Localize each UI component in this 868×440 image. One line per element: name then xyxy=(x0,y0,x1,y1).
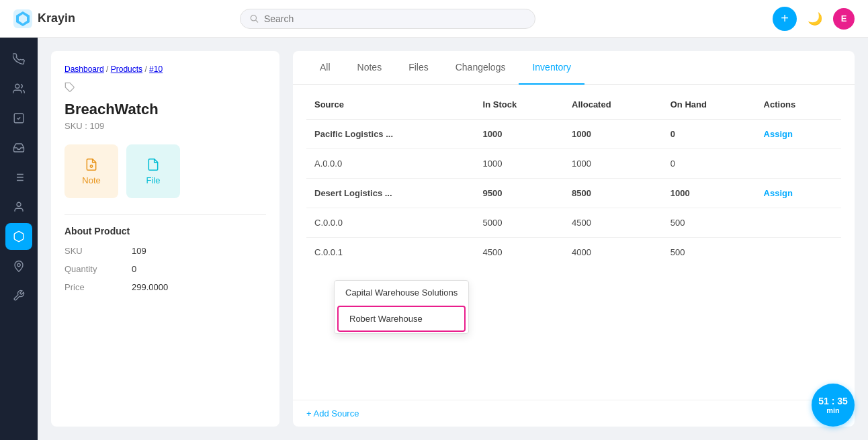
cell-in-stock: 1000 xyxy=(475,120,564,149)
tab-inventory[interactable]: Inventory xyxy=(519,51,584,85)
main-layout: Dashboard / Products / #10 BreachWatch S… xyxy=(0,38,868,440)
sidebar-item-contacts[interactable] xyxy=(5,75,32,102)
dropdown-item-robert[interactable]: Robert Warehouse xyxy=(337,306,466,332)
dark-mode-icon[interactable]: 🌙 xyxy=(808,11,822,26)
cell-source: C.0.0.1 xyxy=(306,238,475,267)
product-title: BreachWatch xyxy=(64,101,266,118)
timer[interactable]: 51 : 35 min xyxy=(812,384,855,427)
cell-source: Pacific Logistics ... xyxy=(306,120,475,149)
tag-icon xyxy=(64,82,266,95)
logo-icon xyxy=(13,9,32,28)
breadcrumb-dashboard[interactable]: Dashboard xyxy=(64,64,104,74)
cell-source: C.0.0.0 xyxy=(306,208,475,238)
col-on-hand: On Hand xyxy=(662,90,756,120)
content-area: Dashboard / Products / #10 BreachWatch S… xyxy=(38,38,868,440)
cell-in-stock: 5000 xyxy=(475,208,564,238)
search-bar[interactable] xyxy=(240,9,535,29)
dropdown-item-capital[interactable]: Capital Warehouse Solutions xyxy=(335,281,468,304)
cell-allocated: 1000 xyxy=(564,149,662,179)
table-row: C.0.0.145004000500 xyxy=(306,238,841,267)
breadcrumb-products[interactable]: Products xyxy=(111,64,142,74)
tabs: All Notes Files Changelogs Inventory xyxy=(293,51,855,85)
file-button[interactable]: File xyxy=(126,144,180,198)
top-navigation: Krayin + 🌙 E xyxy=(0,0,868,38)
action-buttons: Note File xyxy=(64,144,266,198)
table-row: C.0.0.050004500500 xyxy=(306,208,841,238)
cell-in-stock: 4500 xyxy=(475,238,564,267)
svg-line-4 xyxy=(255,20,257,22)
cell-on-hand: 1000 xyxy=(662,179,756,208)
tab-changelogs[interactable]: Changelogs xyxy=(442,51,519,85)
timer-unit: min xyxy=(826,406,840,414)
assign-link[interactable]: Assign xyxy=(764,188,793,198)
source-dropdown: Capital Warehouse Solutions Robert Wareh… xyxy=(334,280,469,334)
cell-on-hand: 500 xyxy=(662,208,756,238)
timer-time: 51 : 35 xyxy=(818,396,848,407)
about-row-quantity: Quantity 0 xyxy=(64,264,266,274)
sidebar-item-settings[interactable] xyxy=(5,282,32,309)
col-actions: Actions xyxy=(756,90,841,120)
app-logo: Krayin xyxy=(13,9,121,28)
add-button[interactable]: + xyxy=(773,7,797,31)
sidebar-item-phone[interactable] xyxy=(5,46,32,73)
about-row-price: Price 299.0000 xyxy=(64,282,266,292)
sidebar-item-tasks[interactable] xyxy=(5,105,32,132)
add-source-button[interactable]: + Add Source xyxy=(293,400,855,427)
cell-actions: Assign xyxy=(756,120,841,149)
left-panel: Dashboard / Products / #10 BreachWatch S… xyxy=(51,51,279,427)
col-allocated: Allocated xyxy=(564,90,662,120)
sku-label: SKU : 109 xyxy=(64,121,266,131)
sidebar-item-users[interactable] xyxy=(5,193,32,220)
nav-actions: + 🌙 E xyxy=(773,7,855,31)
tab-files[interactable]: Files xyxy=(395,51,442,85)
table-row: A.0.0.0100010000 xyxy=(306,149,841,179)
about-section: About Product SKU 109 Quantity 0 Price 2… xyxy=(64,214,266,292)
cell-on-hand: 500 xyxy=(662,238,756,267)
tab-all[interactable]: All xyxy=(306,51,344,85)
svg-point-10 xyxy=(90,165,92,167)
cell-allocated: 4000 xyxy=(564,238,662,267)
cell-allocated: 4500 xyxy=(564,208,662,238)
sidebar-item-products[interactable] xyxy=(5,223,32,250)
sidebar-item-lists[interactable] xyxy=(5,164,32,191)
inventory-table: Source In Stock Allocated On Hand Action… xyxy=(306,90,841,267)
tab-notes[interactable]: Notes xyxy=(344,51,396,85)
breadcrumb-id[interactable]: #10 xyxy=(149,64,163,74)
cell-actions: Assign xyxy=(756,179,841,208)
sidebar xyxy=(0,38,38,440)
col-in-stock: In Stock xyxy=(475,90,564,120)
table-row: Pacific Logistics ...100010000Assign xyxy=(306,120,841,149)
cell-actions xyxy=(756,149,841,179)
about-title: About Product xyxy=(64,226,266,236)
note-button[interactable]: Note xyxy=(64,144,118,198)
svg-point-8 xyxy=(17,263,21,267)
cell-in-stock: 9500 xyxy=(475,179,564,208)
cell-on-hand: 0 xyxy=(662,149,756,179)
cell-actions xyxy=(756,208,841,238)
col-source: Source xyxy=(306,90,475,120)
table-row: Desert Logistics ...950085001000Assign xyxy=(306,179,841,208)
search-icon xyxy=(250,14,259,24)
right-panel: All Notes Files Changelogs Inventory Sou… xyxy=(293,51,855,427)
cell-source: A.0.0.0 xyxy=(306,149,475,179)
cell-source: Desert Logistics ... xyxy=(306,179,475,208)
cell-on-hand: 0 xyxy=(662,120,756,149)
assign-link[interactable]: Assign xyxy=(764,129,793,139)
cell-actions xyxy=(756,238,841,267)
search-input[interactable] xyxy=(264,13,525,24)
avatar[interactable]: E xyxy=(833,8,855,30)
cell-allocated: 1000 xyxy=(564,120,662,149)
cell-in-stock: 1000 xyxy=(475,149,564,179)
about-row-sku: SKU 109 xyxy=(64,246,266,256)
breadcrumb: Dashboard / Products / #10 xyxy=(64,64,266,74)
cell-allocated: 8500 xyxy=(564,179,662,208)
inventory-table-container: Source In Stock Allocated On Hand Action… xyxy=(293,85,855,400)
sidebar-item-location[interactable] xyxy=(5,253,32,279)
sidebar-item-inbox[interactable] xyxy=(5,134,32,161)
app-name: Krayin xyxy=(38,11,75,26)
svg-point-7 xyxy=(17,202,21,206)
svg-point-5 xyxy=(15,84,19,88)
